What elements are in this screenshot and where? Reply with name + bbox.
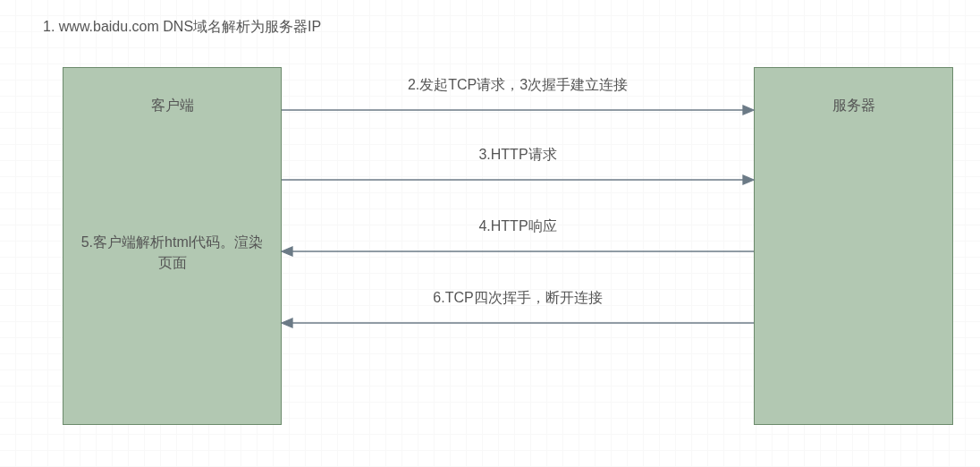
server-node: 服务器 (754, 67, 953, 425)
arrow-3 (282, 246, 754, 257)
arrow-4 (282, 318, 754, 328)
client-note: 5.客户端解析html代码。渲染页面 (63, 232, 281, 273)
diagram-title: 1. www.baidu.com DNS域名解析为服务器IP (43, 18, 321, 37)
arrow-3-label: 4.HTTP响应 (282, 217, 754, 236)
svg-marker-3 (743, 175, 754, 184)
svg-marker-1 (743, 106, 754, 115)
svg-marker-7 (282, 318, 292, 327)
client-node: 客户端 5.客户端解析html代码。渲染页面 (63, 67, 282, 425)
client-label: 客户端 (63, 97, 281, 115)
server-label: 服务器 (755, 97, 952, 115)
arrow-1 (282, 105, 754, 115)
arrow-2 (282, 174, 754, 185)
arrow-area: 2.发起TCP请求，3次握手建立连接 3.HTTP请求 4.HTTP响应 6.T… (282, 67, 754, 425)
arrow-4-label: 6.TCP四次挥手，断开连接 (282, 289, 754, 308)
arrow-2-label: 3.HTTP请求 (282, 146, 754, 165)
svg-marker-5 (282, 247, 292, 256)
arrow-1-label: 2.发起TCP请求，3次握手建立连接 (282, 76, 754, 95)
